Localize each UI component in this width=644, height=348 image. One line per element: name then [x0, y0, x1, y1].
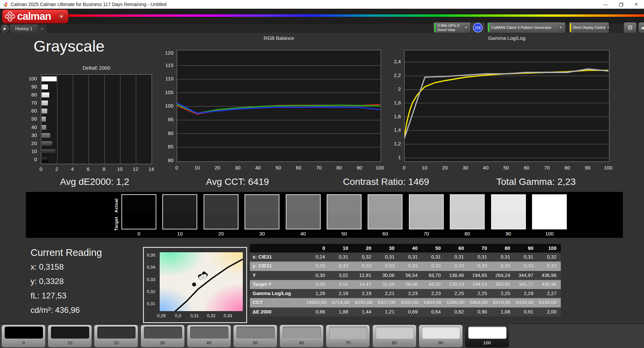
pattern-level-button-60[interactable]: 60: [279, 325, 324, 348]
rgb-balance-x-axis: 0102030405060708090100: [177, 165, 381, 171]
cie-y-tick-label: 0,33: [143, 277, 155, 282]
table-cell: 0,33: [329, 262, 353, 271]
table-cell: 194,53: [468, 280, 491, 289]
display-control-dropdown[interactable]: Direct Display Control ▼: [569, 22, 609, 33]
table-cell: 2,23: [422, 289, 445, 298]
pattern-level-button-0[interactable]: 0: [1, 325, 46, 348]
chart-tick-label: 70: [316, 165, 322, 170]
table-cell: 6404,00: [423, 298, 446, 307]
table-cell: 344,97: [515, 271, 538, 280]
window-titlebar[interactable]: Calman 2025 Calman Ultimate for Business…: [0, 0, 644, 9]
chart-tick-label: 1,2: [389, 141, 401, 146]
minimize-button[interactable]: —: [598, 0, 613, 9]
table-cell: 0,32: [353, 253, 376, 262]
cie-y-tick-label: 0,32: [143, 289, 155, 294]
gamma-y-axis: 2,42,221,81,61,41,21: [389, 50, 403, 162]
table-cell: 264,24: [491, 271, 515, 280]
deltae-tick-label: 80: [23, 92, 37, 97]
pattern-level-button-100[interactable]: 100: [465, 325, 509, 348]
chart-tick-label: 30: [235, 165, 240, 170]
deltae-chart-title: DeltaE 2000: [41, 65, 152, 71]
table-row-label: x: CIE31: [250, 253, 306, 262]
table-cell: 139,19: [445, 280, 468, 289]
pattern-level-label-80: 80: [373, 340, 416, 345]
grayscale-swatch-strip: Actual Target 0102030405060708090100: [26, 192, 623, 238]
table-cell: 93,70: [422, 271, 445, 280]
pattern-level-button-20[interactable]: 20: [94, 325, 138, 348]
deltae-bar-80: [41, 92, 50, 98]
tab-history-1[interactable]: History 1: [10, 24, 38, 33]
rgb_balance-series: [177, 50, 380, 161]
chart-tick-label: 40: [483, 165, 489, 170]
close-button[interactable]: ×: [629, 0, 644, 9]
settings-button[interactable]: ⚙: [624, 22, 637, 33]
pattern-level-button-30[interactable]: 30: [141, 325, 185, 348]
collapse-panel-button[interactable]: ◀: [638, 22, 644, 33]
pattern-level-button-90[interactable]: 90: [419, 325, 463, 348]
grayscale-swatch-30: [245, 194, 279, 229]
pattern-level-button-40[interactable]: 40: [187, 325, 231, 348]
chart-tick-label: 100: [375, 165, 384, 170]
table-cell: 6419,00: [492, 298, 515, 307]
minimize-icon: —: [603, 2, 608, 7]
chart-tick-label: 105: [162, 89, 173, 95]
table-cell: 0,30: [306, 271, 329, 280]
meter-exposure-panel: 239: [470, 22, 485, 33]
pattern-level-patch-30: [144, 327, 182, 339]
deltae-bar-90: [41, 84, 48, 90]
cie-reference-point: [203, 274, 207, 278]
add-tab-button[interactable]: +: [38, 24, 46, 33]
cie-y-tick-label: 0,31: [143, 301, 155, 306]
table-header-cell: 70: [468, 244, 491, 253]
meter-exposure-badge[interactable]: 239: [473, 23, 483, 32]
table-row: y: CIE310,260,330,330,330,330,330,330,33…: [250, 262, 561, 271]
deltae-tick-label: 2: [55, 166, 58, 172]
restore-button[interactable]: [613, 0, 629, 9]
pattern-level-button-80[interactable]: 80: [372, 325, 417, 348]
workflow-nav-button[interactable]: ▶: [1, 25, 9, 32]
table-cell: 2,25: [491, 289, 515, 298]
deltae-gridline: [89, 75, 89, 164]
pattern-connected-indicator: [488, 23, 489, 32]
pattern-level-button-50[interactable]: 50: [233, 325, 277, 348]
table-row-label: Gamma Log/Log: [250, 289, 306, 298]
table-cell: 0,33: [353, 262, 376, 271]
chart-tick-label: 20: [215, 165, 220, 170]
table-header-cell: 100: [538, 244, 561, 253]
deltae-bar-60: [41, 108, 48, 114]
pattern-level-label-0: 0: [2, 340, 45, 345]
table-cell: 6404,00: [469, 298, 492, 307]
table-cell: 2,18: [329, 289, 353, 298]
deltae-tick-label: 100: [23, 76, 37, 81]
table-cell: 12,81: [353, 271, 376, 280]
table-cell: 0,90: [468, 307, 491, 317]
table-cell: 6385,00: [446, 298, 469, 307]
deltae-bar-10: [41, 149, 56, 154]
deltae-gridline: [57, 75, 57, 164]
calman-menu-button[interactable]: calman ▼: [2, 9, 68, 23]
pattern-level-button-10[interactable]: 10: [48, 325, 92, 348]
table-cell: 0,31: [491, 253, 515, 262]
chart-tick-label: 50: [275, 165, 281, 170]
meter-select-dropdown[interactable]: X-Rite i1Pro 2 Direct View ▼: [433, 22, 471, 33]
cie-y-tick-label: 0,34: [143, 265, 155, 270]
table-cell: 138,46: [445, 271, 468, 280]
cie-x-tick-label: 0,3: [175, 313, 181, 318]
table-cell: 0,33: [538, 262, 561, 271]
table-cell: 0,31: [515, 253, 538, 262]
grayscale-swatch-40: [286, 194, 321, 229]
table-header-cell: 80: [491, 244, 515, 253]
gear-icon: ⚙: [627, 24, 633, 31]
table-cell: 2,23: [399, 289, 422, 298]
table-cell: 94,32: [422, 280, 445, 289]
table-cell: 0,31: [376, 253, 399, 262]
pattern-level-patch-0: [5, 327, 43, 339]
pattern-generator-dropdown[interactable]: CalMAN Client 3 Pattern Generator ▼: [487, 22, 566, 33]
deltae-tick-label: 8: [103, 166, 105, 172]
deltae-tick-label: 90: [23, 84, 37, 89]
reading-fl: fL: 127,53: [31, 291, 66, 300]
table-header-cell: 10: [329, 244, 353, 253]
pattern-level-button-70[interactable]: 70: [326, 325, 370, 348]
table-header-cell: 20: [353, 244, 376, 253]
deltae-bar-20: [41, 141, 53, 146]
